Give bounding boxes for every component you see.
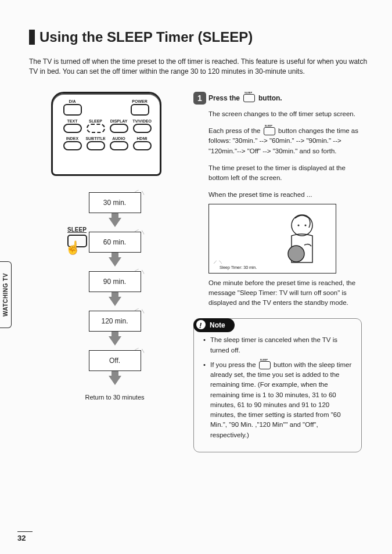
sparkle-icon: ⟋⟍ <box>132 265 146 275</box>
remote-button <box>133 124 152 133</box>
sparkle-icon: ⟋⟍ <box>213 259 223 265</box>
remote-label: POWER <box>128 99 152 103</box>
sparkle-icon: ⟋⟍ <box>132 344 146 354</box>
remote-button <box>131 104 149 116</box>
page-number: 32 <box>17 531 33 542</box>
step-number-badge: 1 <box>193 92 206 105</box>
arrow-down-icon <box>109 376 121 385</box>
note-tab: Note <box>193 318 235 332</box>
step-text: button. <box>258 94 282 102</box>
timer-flow: ⟋⟍30 min. ⟋⟍60 min. ⟋⟍90 min. ⟋⟍120 min.… <box>85 192 144 401</box>
sleep-button-icon <box>259 361 271 369</box>
page-title: Using the SLEEP Timer (SLEEP) <box>29 29 372 45</box>
arrow-down-icon <box>109 336 121 346</box>
paragraph: The screen changes to the off timer setu… <box>208 109 362 119</box>
illustration-caption: Sleep Timer: 30 min. <box>220 265 257 269</box>
time-box: ⟋⟍120 min. <box>89 311 141 332</box>
remote-button <box>63 141 82 150</box>
svg-point-3 <box>288 246 304 262</box>
intro-text: The TV is turned off when the time prese… <box>29 57 372 77</box>
hand-icon: ☝ <box>65 240 81 256</box>
remote-label: DISPLAY <box>107 119 131 123</box>
time-box: ⟋⟍60 min. <box>89 232 141 253</box>
sleep-button-icon <box>264 127 275 135</box>
sleep-button-icon: ☝ <box>67 235 87 247</box>
remote-button <box>110 141 128 150</box>
remote-label: AUDIO <box>107 136 131 141</box>
svg-point-0 <box>292 215 312 236</box>
person-illustration <box>273 210 325 268</box>
paragraph: The time preset to the timer is displaye… <box>208 163 362 184</box>
sparkle-icon: ⟋⟍ <box>132 305 146 315</box>
remote-button <box>133 141 152 150</box>
time-box: ⟋⟍90 min. <box>89 271 141 292</box>
step-heading: 1 Press the button. <box>193 92 362 105</box>
return-text: Return to 30 minutes <box>85 393 144 401</box>
sleep-button-icon <box>243 94 255 102</box>
title-text: Using the SLEEP Timer (SLEEP) <box>39 29 253 45</box>
remote-button <box>63 124 82 133</box>
arrow-down-icon <box>109 297 121 306</box>
remote-label: SUBTITLE <box>84 136 107 141</box>
illustration-box: ⟋⟍ Sleep Timer: 30 min. <box>208 204 336 274</box>
remote-label: D/A <box>61 99 84 103</box>
time-box: ⟋⟍Off. <box>89 350 141 371</box>
paragraph: One minute before the preset time is rea… <box>208 278 362 308</box>
title-bar-icon <box>29 30 35 45</box>
step-text: Press the <box>208 94 240 102</box>
section-tab: WATCHING TV <box>0 261 12 328</box>
remote-label: INDEX <box>61 136 84 141</box>
note-item: If you press the button with the sleep t… <box>203 360 354 440</box>
remote-label: TV/VIDEO <box>131 119 154 123</box>
remote-button <box>110 124 128 133</box>
note-box: Note The sleep timer is canceled when th… <box>193 318 362 452</box>
arrow-down-icon <box>109 257 121 267</box>
svg-point-1 <box>298 224 300 226</box>
remote-illustration: D/A POWER TEXT SLEEP DISPLAY TV/VIDEO IN… <box>51 92 161 176</box>
remote-sleep-button <box>87 124 105 133</box>
remote-label: HDMI <box>131 136 154 141</box>
arrow-down-icon <box>109 218 121 227</box>
remote-label: SLEEP <box>84 119 107 123</box>
remote-label: TEXT <box>61 119 84 123</box>
time-box: ⟋⟍30 min. <box>89 192 141 213</box>
sparkle-icon: ⟋⟍ <box>132 226 146 236</box>
remote-button <box>87 141 105 150</box>
paragraph: When the preset time is reached ... <box>208 190 362 200</box>
note-item: The sleep timer is canceled when the TV … <box>203 335 354 355</box>
paragraph: Each press of the button changes the tim… <box>208 126 362 156</box>
remote-button <box>63 104 82 116</box>
sparkle-icon: ⟋⟍ <box>132 186 146 196</box>
svg-point-2 <box>305 224 307 226</box>
